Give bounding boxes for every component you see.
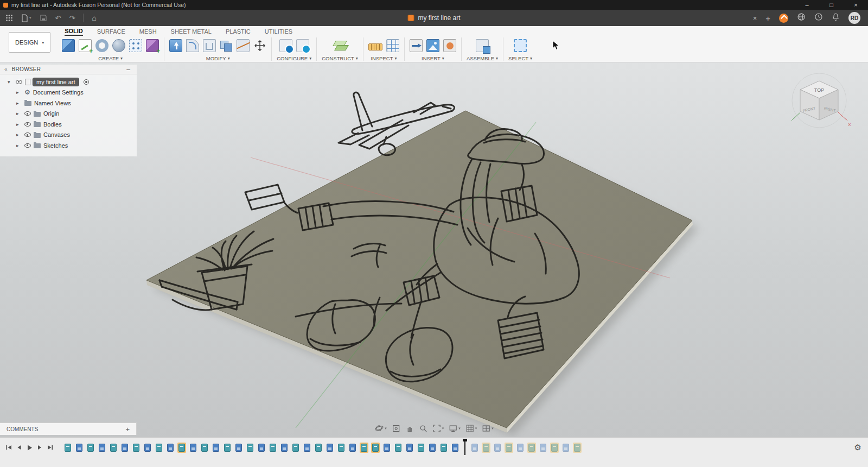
timeline-feature[interactable] — [223, 443, 232, 453]
timeline-feature[interactable] — [257, 443, 266, 453]
timeline-feature[interactable] — [291, 443, 300, 453]
browser-item[interactable]: ⚙ Origin — [0, 109, 137, 119]
timeline-feature[interactable] — [371, 443, 380, 453]
select-menu[interactable]: SELECT ▾ — [508, 55, 532, 61]
configuration-icon[interactable] — [279, 39, 292, 52]
chevron-icon[interactable] — [8, 79, 13, 85]
timeline-feature[interactable] — [527, 443, 536, 453]
chevron-icon[interactable] — [16, 132, 22, 137]
ribbon-tab[interactable]: SURFACE — [97, 28, 125, 35]
browser-item[interactable]: ⚙ Canvases — [0, 130, 137, 141]
ribbon-tab[interactable]: PLASTIC — [226, 28, 251, 35]
browser-item-label[interactable]: Canvases — [43, 131, 70, 138]
timeline-feature[interactable] — [382, 443, 391, 453]
timeline-feature[interactable] — [482, 443, 490, 453]
eye-visibility-icon[interactable] — [24, 111, 31, 116]
fusion-badge-icon[interactable] — [779, 14, 788, 23]
close-button[interactable]: × — [844, 0, 868, 10]
box-primitive-icon[interactable] — [62, 39, 75, 52]
grid-display-button[interactable]: ▾ — [465, 424, 477, 433]
timeline-feature[interactable] — [269, 443, 277, 453]
timeline-feature[interactable] — [98, 443, 106, 453]
maximize-button[interactable]: □ — [819, 0, 844, 10]
insert-derive-icon[interactable] — [410, 39, 423, 52]
browser-item[interactable]: ⚙ Document Settings — [0, 87, 137, 98]
decal-icon[interactable] — [443, 39, 456, 52]
timeline-feature[interactable] — [516, 443, 525, 453]
browser-item[interactable]: ⚙ Bodies — [0, 119, 137, 130]
timeline-feature[interactable] — [394, 443, 403, 453]
timeline-feature[interactable] — [155, 443, 163, 453]
timeline-feature[interactable] — [280, 443, 289, 453]
go-to-start-button[interactable] — [3, 444, 14, 451]
eye-visibility-icon[interactable] — [24, 132, 31, 137]
construction-plane-icon[interactable] — [333, 39, 348, 52]
timeline-feature[interactable] — [337, 443, 346, 453]
combine-icon[interactable] — [220, 39, 233, 52]
eye-visibility-icon[interactable] — [24, 143, 31, 148]
timeline-feature[interactable] — [246, 443, 254, 453]
chevron-icon[interactable] — [16, 111, 22, 116]
browser-item-label[interactable]: my first line art — [33, 78, 79, 86]
orbit-button[interactable]: ▾ — [374, 424, 387, 433]
sphere-icon[interactable] — [112, 39, 125, 52]
ribbon-tab[interactable]: MESH — [139, 28, 157, 35]
shell-icon[interactable] — [203, 39, 216, 52]
timeline-feature[interactable] — [166, 443, 175, 453]
timeline-feature[interactable] — [234, 443, 243, 453]
browser-item-label[interactable]: Document Settings — [33, 89, 84, 96]
browser-header[interactable]: « BROWSER – — [0, 65, 137, 74]
minimize-button[interactable]: – — [795, 0, 819, 10]
timeline-feature[interactable] — [212, 443, 220, 453]
timeline-settings-gear-icon[interactable]: ⚙ — [854, 443, 861, 452]
new-component-assemble-icon[interactable] — [476, 39, 489, 52]
activate-component-radio[interactable] — [84, 79, 89, 85]
chevron-icon[interactable] — [16, 90, 22, 95]
timeline-feature[interactable] — [539, 443, 547, 453]
step-back-button[interactable] — [14, 444, 24, 451]
app-menu-icon[interactable] — [5, 14, 13, 22]
timeline-feature[interactable] — [314, 443, 323, 453]
notifications-bell-icon[interactable] — [832, 12, 840, 23]
timeline-feature[interactable] — [505, 443, 513, 453]
browser-item[interactable]: ⚙ my first line art — [0, 77, 137, 87]
view-cube[interactable]: TOP FRONT RIGHT X — [788, 70, 853, 130]
modify-menu[interactable]: MODIFY ▾ — [206, 55, 230, 61]
move-copy-icon[interactable] — [253, 39, 266, 52]
display-settings-button[interactable]: ▾ — [449, 424, 461, 433]
timeline-feature[interactable] — [360, 443, 368, 453]
collapse-panel-icon[interactable]: « — [4, 66, 8, 72]
timeline-feature[interactable] — [561, 443, 570, 453]
timeline-feature[interactable] — [470, 443, 479, 453]
configure-menu[interactable]: CONFIGURE ▾ — [277, 55, 311, 61]
workspace-switcher[interactable]: DESIGN ▾ — [9, 32, 50, 53]
undo-icon[interactable]: ↶ — [55, 15, 61, 22]
timeline-feature[interactable] — [428, 443, 437, 453]
job-status-icon[interactable] — [814, 12, 823, 23]
user-avatar[interactable]: RD — [848, 12, 860, 24]
timeline-feature[interactable] — [120, 443, 129, 453]
timeline-feature[interactable] — [177, 443, 186, 453]
section-analysis-icon[interactable] — [386, 39, 399, 52]
minimize-panel-icon[interactable]: – — [126, 66, 137, 73]
measure-icon[interactable] — [368, 43, 382, 51]
timeline-feature[interactable] — [63, 443, 72, 453]
configuration-table-icon[interactable] — [296, 39, 309, 52]
play-button[interactable] — [24, 444, 34, 451]
timeline-feature[interactable] — [132, 443, 141, 453]
ribbon-tab[interactable]: SHEET METAL — [171, 28, 212, 35]
timeline-feature[interactable] — [86, 443, 95, 453]
torus-icon[interactable] — [95, 39, 108, 52]
save-icon[interactable] — [40, 14, 47, 22]
document-tab[interactable]: my first line art — [407, 10, 460, 26]
browser-item-label[interactable]: Bodies — [43, 121, 62, 128]
file-menu-icon[interactable]: ▾ — [21, 14, 31, 22]
eye-visibility-icon[interactable] — [16, 80, 22, 84]
press-pull-icon[interactable] — [169, 39, 182, 52]
new-component-icon[interactable] — [146, 39, 159, 52]
timeline-feature[interactable] — [464, 440, 465, 455]
timeline-feature[interactable] — [326, 443, 334, 453]
browser-item-label[interactable]: Origin — [43, 110, 59, 117]
timeline-feature[interactable] — [348, 443, 357, 453]
timeline-feature[interactable] — [550, 443, 559, 453]
